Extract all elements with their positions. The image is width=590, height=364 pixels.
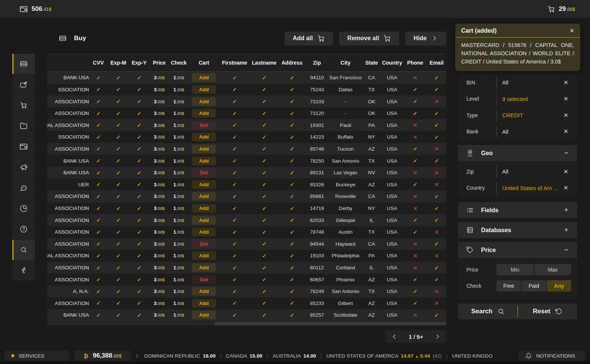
cart-del-button[interactable]: Del [192,121,216,130]
cart-add-button[interactable]: Add [192,73,216,82]
price-min-input[interactable]: Min [496,264,534,275]
check-price-cell: 1.00$ [169,288,189,294]
filter-value[interactable]: All [502,168,560,175]
filter-value[interactable]: All [502,128,560,135]
toast-title: Cart (added) [461,27,496,34]
cart-add-button[interactable]: Add [192,299,216,308]
filter-value[interactable]: 9 selected [502,96,560,102]
cart-add-button[interactable]: Add [192,180,216,189]
check-icon: ✓ [232,312,237,318]
check-icon: ✓ [137,312,142,318]
clear-filter-icon[interactable]: ✕ [560,95,568,102]
check-icon: ✓ [137,300,142,306]
bank-cell: ASSOCIATION [47,99,89,104]
scrollbar-thumb[interactable] [214,322,446,325]
cart-add-button[interactable]: Add [192,287,216,296]
cart-add-button[interactable]: Add [192,311,216,319]
cart-add-button[interactable]: Add [192,109,216,118]
services-button[interactable]: SERVICES [5,350,69,361]
map-pin-icon [466,150,474,157]
section-fields[interactable]: Fields + [458,202,577,218]
check-option-any[interactable]: Any [547,280,571,292]
database-icon [466,227,474,234]
check-icon: ✓ [232,122,237,128]
bank-cell: A, N.A. [47,288,89,294]
sidebar-item-megaphone[interactable] [12,157,35,178]
check-icon: ✓ [137,170,142,176]
sidebar-item-card-edit[interactable] [12,74,35,95]
sidebar-item-search[interactable] [12,240,35,260]
prev-page-button[interactable] [391,333,398,340]
check-option-free[interactable]: Free [496,280,521,292]
section-geo[interactable]: Geo − [458,145,577,161]
next-page-button[interactable] [434,333,441,340]
reset-button[interactable]: Reset [518,304,577,319]
cart-add-button[interactable]: Add [192,145,216,153]
notifications-button[interactable]: NOTIFICATIONS [519,350,585,361]
cart-total[interactable]: 29.00$ [548,5,575,13]
cart-del-button[interactable]: Del [192,240,216,248]
toast-close-button[interactable]: ✕ [569,27,574,34]
remove-all-button[interactable]: Remove all [339,32,399,45]
section-price[interactable]: Price − [458,242,577,258]
clear-filter-icon[interactable]: ✕ [560,184,568,191]
state-cell: AZ [362,301,381,306]
check-icon: ✓ [232,276,237,282]
check-icon: ✓ [137,241,142,247]
check-icon: ✓ [116,110,121,116]
table-row: ASSOCIATION✓✓✓3.00$1.00$Add✓✓✓73120-OKUS… [47,107,446,119]
cart-add-button[interactable]: Add [192,228,216,236]
filter-value[interactable]: All [502,79,560,86]
clear-filter-icon[interactable]: ✕ [560,128,568,135]
hide-panel-button[interactable]: Hide [405,32,446,45]
horizontal-scrollbar[interactable] [47,322,446,325]
check-icon: ✓ [137,75,142,81]
cart-add-button[interactable]: Add [192,85,216,94]
column-header: CVV [89,60,108,66]
section-databases[interactable]: Databases + [458,222,577,238]
check-icon: ✓ [290,146,294,152]
check-icon: ✓ [232,181,237,187]
check-icon: ✓ [290,86,294,92]
cart-add-button[interactable]: Add [192,192,216,201]
cart-add-button[interactable]: Add [192,263,216,272]
clear-filter-icon[interactable]: ✕ [560,168,568,175]
cart-add-button[interactable]: Add [192,97,216,106]
check-icon: ✓ [262,110,267,116]
check-price-cell: 1.00$ [169,312,189,318]
clear-filter-icon[interactable]: ✕ [560,112,568,119]
check-icon: ✓ [435,312,439,318]
filter-value[interactable]: United States of Am ... [502,185,560,191]
cart-add-button[interactable]: Add [192,204,216,213]
check-icon: ✓ [96,86,101,92]
cart-add-button[interactable]: Add [192,251,216,260]
check-option-paid[interactable]: Paid [522,280,546,292]
cart-del-button[interactable]: Del [192,275,216,284]
sidebar-item-folder[interactable] [12,116,35,136]
cart-add-button[interactable]: Add [192,216,216,225]
sidebar-item-pie-chart[interactable] [12,198,35,219]
city-cell: Philadelphia [329,253,362,258]
sidebar-item-cart[interactable] [12,95,35,116]
sidebar-item-credit-card[interactable] [12,54,35,74]
search-button[interactable]: Search [458,304,518,319]
wallet-balance[interactable]: 506.41$ [20,5,51,13]
btc-rate[interactable]: ₿ 96,388.00$ [74,350,131,361]
price-cell: 3.00$ [149,241,169,247]
price-cell: 3.00$ [149,229,169,235]
filter-value[interactable]: CREDIT [502,112,560,118]
price-max-input[interactable]: Max [534,264,572,275]
cart-add-button[interactable]: Add [192,133,216,141]
sidebar-item-help[interactable] [12,219,35,240]
sidebar-item-chat[interactable] [12,178,35,198]
sidebar-item-wallet[interactable] [12,136,35,157]
sidebar-item-person-running[interactable] [12,260,35,281]
cart-add-button[interactable]: Add [192,157,216,165]
clear-filter-icon[interactable]: ✕ [560,79,568,86]
check-icon: ✓ [116,300,121,306]
check-icon: ✓ [116,193,121,199]
cart-del-button[interactable]: Del [192,168,216,177]
check-icon: ✓ [232,253,237,259]
add-all-button[interactable]: Add all [285,32,333,45]
check-price-cell: 1.00$ [169,229,189,235]
